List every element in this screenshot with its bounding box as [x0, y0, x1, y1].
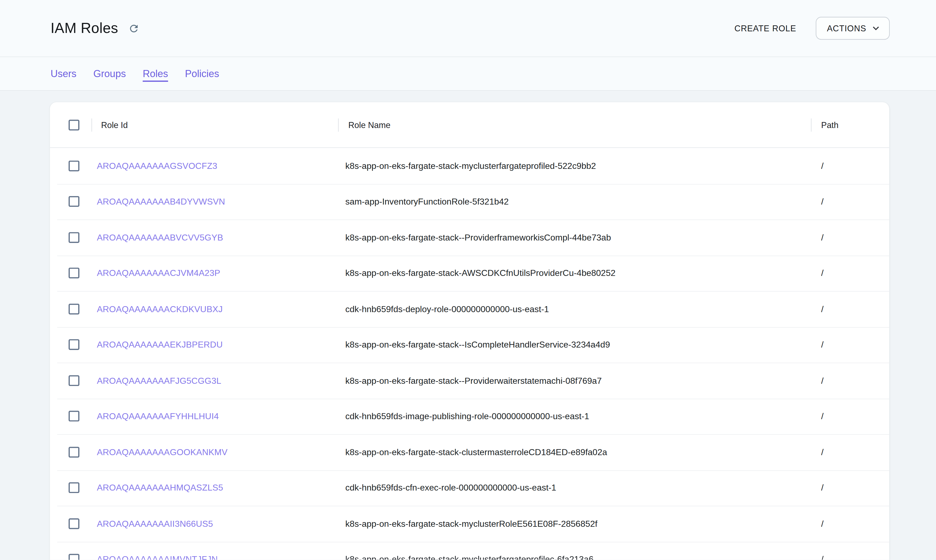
create-role-button[interactable]: CREATE ROLE	[725, 18, 806, 38]
table-row: AROAQAAAAAAABVCVV5GYB k8s-app-on-eks-far…	[50, 220, 889, 255]
row-checkbox-cell	[50, 196, 92, 207]
row-checkbox-cell	[50, 411, 92, 422]
role-id-cell: AROAQAAAAAAAIMVNTJFJN	[92, 555, 339, 560]
role-id-cell: AROAQAAAAAAAEKJBPERDU	[92, 340, 339, 349]
row-checkbox[interactable]	[69, 518, 80, 529]
role-id-cell: AROAQAAAAAAABVCVV5GYB	[92, 232, 339, 242]
refresh-button[interactable]	[125, 20, 142, 37]
column-separator	[92, 118, 92, 132]
role-id-link[interactable]: AROAQAAAAAAACJVM4A23P	[97, 268, 220, 278]
table-body: AROAQAAAAAAAGSVOCFZ3 k8s-app-on-eks-farg…	[50, 148, 889, 560]
path-cell: /	[811, 304, 889, 314]
column-separator	[811, 118, 811, 132]
path-cell: /	[811, 555, 889, 560]
refresh-icon	[128, 23, 140, 34]
row-checkbox[interactable]	[69, 447, 80, 458]
table-row: AROAQAAAAAAAB4DYVWSVN sam-app-InventoryF…	[50, 183, 889, 219]
path-cell: /	[811, 447, 889, 457]
row-checkbox[interactable]	[69, 303, 80, 314]
role-name-cell: k8s-app-on-eks-fargate-stack--Providerfr…	[339, 232, 811, 242]
actions-button[interactable]: ACTIONS	[816, 17, 890, 40]
table-row: AROAQAAAAAAAII3N66US5 k8s-app-on-eks-far…	[50, 506, 889, 542]
row-checkbox-cell	[50, 482, 92, 493]
role-id-link[interactable]: AROAQAAAAAAAFJG5CGG3L	[97, 375, 221, 385]
path-cell: /	[811, 340, 889, 349]
path-cell: /	[811, 483, 889, 492]
table-header-row: Role Id Role Name Path	[50, 102, 889, 148]
role-name-cell: k8s-app-on-eks-fargate-stack-myclusterfa…	[339, 555, 811, 560]
role-id-cell: AROAQAAAAAAAFJG5CGG3L	[92, 375, 339, 385]
role-id-link[interactable]: AROAQAAAAAAAII3N66US5	[97, 519, 213, 528]
top-bar: IAM Roles CREATE ROLE ACTIONS	[0, 0, 936, 57]
role-id-link[interactable]: AROAQAAAAAAAIMVNTJFJN	[97, 555, 218, 560]
role-name-cell: sam-app-InventoryFunctionRole-5f321b42	[339, 197, 811, 206]
role-id-link[interactable]: AROAQAAAAAAAGOOKANKMV	[97, 447, 228, 457]
path-cell: /	[811, 268, 889, 278]
table-row: AROAQAAAAAAAEKJBPERDU k8s-app-on-eks-far…	[50, 327, 889, 363]
row-checkbox[interactable]	[69, 482, 80, 493]
table-row: AROAQAAAAAAACJVM4A23P k8s-app-on-eks-far…	[50, 255, 889, 291]
row-checkbox[interactable]	[69, 375, 80, 386]
tab-users[interactable]: Users	[51, 68, 76, 79]
tab-policies[interactable]: Policies	[185, 68, 219, 79]
row-checkbox[interactable]	[69, 160, 80, 171]
column-header-role-id[interactable]: Role Id	[92, 120, 339, 129]
column-header-path[interactable]: Path	[811, 120, 889, 129]
role-name-cell: k8s-app-on-eks-fargate-stack--Providerwa…	[339, 375, 811, 385]
role-id-link[interactable]: AROAQAAAAAAACKDKVUBXJ	[97, 304, 223, 314]
row-checkbox[interactable]	[69, 196, 80, 207]
role-id-cell: AROAQAAAAAAAGSVOCFZ3	[92, 161, 339, 171]
row-checkbox-cell	[50, 160, 92, 171]
role-name-cell: k8s-app-on-eks-fargate-stack-myclusterfa…	[339, 161, 811, 171]
role-name-cell: k8s-app-on-eks-fargate-stack-myclusterRo…	[339, 519, 811, 528]
role-name-cell: k8s-app-on-eks-fargate-stack-AWSCDKCfnUt…	[339, 268, 811, 278]
role-id-cell: AROAQAAAAAAAB4DYVWSVN	[92, 197, 339, 206]
role-id-link[interactable]: AROAQAAAAAAAFYHHLHUI4	[97, 412, 219, 421]
table-row: AROAQAAAAAAAFYHHLHUI4 cdk-hnb659fds-imag…	[50, 398, 889, 434]
row-checkbox-cell	[50, 554, 92, 560]
tab-groups[interactable]: Groups	[93, 68, 126, 79]
path-cell: /	[811, 412, 889, 421]
role-name-cell: cdk-hnb659fds-deploy-role-000000000000-u…	[339, 304, 811, 314]
select-all-checkbox[interactable]	[69, 119, 80, 130]
path-cell: /	[811, 232, 889, 242]
role-id-link[interactable]: AROAQAAAAAAABVCVV5GYB	[97, 232, 223, 242]
column-separator	[338, 118, 339, 132]
role-id-link[interactable]: AROAQAAAAAAAGSVOCFZ3	[97, 161, 217, 171]
row-checkbox-cell	[50, 518, 92, 529]
iam-tab-bar: Users Groups Roles Policies	[0, 57, 936, 91]
row-checkbox[interactable]	[69, 339, 80, 350]
tab-roles[interactable]: Roles	[143, 68, 168, 79]
role-id-link[interactable]: AROAQAAAAAAAHMQASZLS5	[97, 483, 223, 492]
row-checkbox-cell	[50, 375, 92, 386]
row-checkbox[interactable]	[69, 268, 80, 278]
header-checkbox-cell	[50, 119, 92, 130]
row-checkbox-cell	[50, 303, 92, 314]
role-id-cell: AROAQAAAAAAACJVM4A23P	[92, 268, 339, 278]
path-cell: /	[811, 375, 889, 385]
table-row: AROAQAAAAAAAGOOKANKMV k8s-app-on-eks-far…	[50, 434, 889, 470]
role-id-link[interactable]: AROAQAAAAAAAEKJBPERDU	[97, 340, 223, 349]
role-name-cell: k8s-app-on-eks-fargate-stack-clustermast…	[339, 447, 811, 457]
row-checkbox[interactable]	[69, 232, 80, 243]
roles-table-card: Role Id Role Name Path AROAQAAAAAAAGSVOC…	[49, 102, 890, 560]
actions-button-label: ACTIONS	[827, 23, 866, 33]
role-name-cell: cdk-hnb659fds-image-publishing-role-0000…	[339, 412, 811, 421]
role-id-link[interactable]: AROAQAAAAAAAB4DYVWSVN	[97, 197, 225, 206]
row-checkbox[interactable]	[69, 411, 80, 422]
path-cell: /	[811, 197, 889, 206]
role-id-cell: AROAQAAAAAAAHMQASZLS5	[92, 483, 339, 492]
row-checkbox-cell	[50, 232, 92, 243]
path-cell: /	[811, 519, 889, 528]
table-row: AROAQAAAAAAACKDKVUBXJ cdk-hnb659fds-depl…	[50, 291, 889, 327]
table-row: AROAQAAAAAAAGSVOCFZ3 k8s-app-on-eks-farg…	[50, 148, 889, 183]
role-id-cell: AROAQAAAAAAAGOOKANKMV	[92, 447, 339, 457]
row-checkbox-cell	[50, 447, 92, 458]
role-id-cell: AROAQAAAAAAAFYHHLHUI4	[92, 412, 339, 421]
role-name-cell: cdk-hnb659fds-cfn-exec-role-000000000000…	[339, 483, 811, 492]
column-header-role-name[interactable]: Role Name	[339, 120, 811, 129]
table-row: AROAQAAAAAAAHMQASZLS5 cdk-hnb659fds-cfn-…	[50, 470, 889, 506]
path-cell: /	[811, 161, 889, 171]
role-id-cell: AROAQAAAAAAACKDKVUBXJ	[92, 304, 339, 314]
row-checkbox[interactable]	[69, 554, 80, 560]
